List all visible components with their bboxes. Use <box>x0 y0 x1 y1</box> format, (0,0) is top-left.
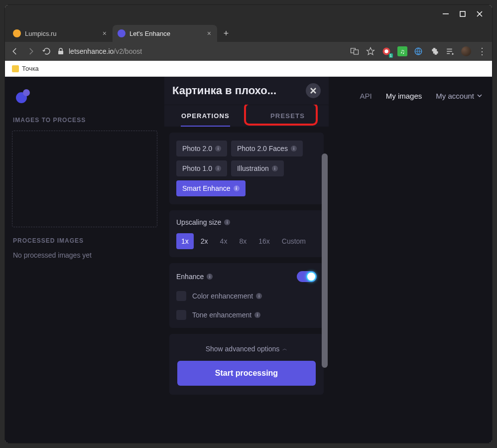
app-logo[interactable] <box>16 89 31 103</box>
mode-illustration[interactable]: Illustrationi <box>231 160 284 176</box>
size-1x[interactable]: 1x <box>176 233 194 249</box>
window-titlebar <box>5 5 492 23</box>
size-2x[interactable]: 2x <box>196 233 213 249</box>
extension-adblock-icon[interactable]: 1 <box>381 46 391 56</box>
tone-enhancement-checkbox[interactable] <box>176 310 186 320</box>
new-tab-button[interactable]: + <box>219 26 233 40</box>
nav-my-images[interactable]: My images <box>386 92 422 100</box>
folder-icon <box>12 65 19 72</box>
favicon-icon <box>13 29 21 37</box>
upload-dropzone[interactable] <box>12 131 157 227</box>
close-tab-button[interactable]: × <box>207 29 211 37</box>
bookmark-label: Точка <box>22 65 39 72</box>
browser-tab-active[interactable]: Let's Enhance × <box>113 25 217 42</box>
mode-smart-enhance[interactable]: Smart Enhancei <box>176 180 246 196</box>
media-control-icon[interactable] <box>445 46 455 56</box>
no-processed-text: No processed images yet <box>12 251 157 259</box>
svg-rect-1 <box>460 11 465 16</box>
maximize-button[interactable] <box>459 10 466 17</box>
mode-photo-2-0-faces[interactable]: Photo 2.0 Facesi <box>231 141 303 156</box>
panel-tabs: OPERATIONS PRESETS <box>164 105 329 127</box>
tab-presets[interactable]: PRESETS <box>247 105 329 127</box>
svg-rect-2 <box>58 51 63 54</box>
profile-avatar[interactable] <box>461 46 471 56</box>
top-nav: API My images My account <box>329 77 492 443</box>
info-icon[interactable]: i <box>254 312 260 318</box>
bookmarks-bar: Точка <box>5 61 492 77</box>
reload-button[interactable] <box>42 46 52 56</box>
svg-rect-0 <box>443 13 449 14</box>
size-4x[interactable]: 4x <box>215 233 233 249</box>
show-advanced-toggle[interactable]: Show advanced options ︿ <box>176 345 317 353</box>
color-enhancement-label: Color enhancementi <box>192 292 262 300</box>
mode-photo-2-0[interactable]: Photo 2.0i <box>176 141 227 156</box>
size-16x[interactable]: 16x <box>253 233 275 249</box>
start-processing-button[interactable]: Start processing <box>177 361 316 386</box>
tab-operations[interactable]: OPERATIONS <box>164 105 247 127</box>
close-panel-button[interactable] <box>306 83 321 98</box>
lock-icon <box>58 48 64 55</box>
chevron-down-icon <box>477 94 482 97</box>
chevron-up-icon: ︿ <box>282 345 287 352</box>
tab-title: Let's Enhance <box>129 30 170 37</box>
url-domain: letsenhance.io <box>69 47 114 55</box>
size-custom[interactable]: Custom <box>277 233 311 249</box>
info-icon[interactable]: i <box>224 219 230 225</box>
left-sidebar: IMAGES TO PROCESS PROCESSED IMAGES No pr… <box>5 77 164 443</box>
back-button[interactable] <box>10 46 20 56</box>
info-icon[interactable]: i <box>256 293 262 299</box>
browser-tab[interactable]: Lumpics.ru × <box>8 25 113 42</box>
upscaling-size-label: Upscaling sizei <box>176 218 317 226</box>
size-8x[interactable]: 8x <box>234 233 251 249</box>
extension-music-icon[interactable]: ♫ <box>397 46 407 56</box>
section-images-to-process: IMAGES TO PROCESS <box>13 117 157 124</box>
nav-api[interactable]: API <box>360 92 372 100</box>
menu-button[interactable]: ⋮ <box>477 46 487 56</box>
favicon-icon <box>118 29 125 37</box>
enhance-label: Enhancei <box>176 273 213 281</box>
panel-title: Картинка в плохо... <box>172 84 300 97</box>
svg-point-6 <box>384 49 388 53</box>
enhance-toggle[interactable] <box>297 271 317 282</box>
extensions-button[interactable] <box>429 46 439 56</box>
section-processed-images: PROCESSED IMAGES <box>13 237 157 244</box>
browser-tabs: Lumpics.ru × Let's Enhance × + <box>5 23 492 42</box>
tab-title: Lumpics.ru <box>25 30 57 37</box>
minimize-button[interactable] <box>442 10 449 17</box>
mode-photo-1-0[interactable]: Photo 1.0i <box>176 160 227 176</box>
color-enhancement-checkbox[interactable] <box>176 291 186 301</box>
extension-globe-icon[interactable] <box>413 46 423 56</box>
close-window-button[interactable] <box>476 10 483 17</box>
tone-enhancement-label: Tone enhancementi <box>192 311 260 319</box>
settings-panel: Картинка в плохо... OPERATIONS PRESETS <box>164 77 329 443</box>
translate-icon[interactable] <box>350 46 360 56</box>
forward-button[interactable] <box>26 46 36 56</box>
address-bar[interactable]: letsenhance.io/v2/boost <box>58 47 344 55</box>
bookmark-star-icon[interactable] <box>366 46 375 56</box>
nav-my-account[interactable]: My account <box>436 92 482 100</box>
info-icon[interactable]: i <box>207 274 213 280</box>
close-tab-button[interactable]: × <box>103 29 107 37</box>
browser-toolbar: letsenhance.io/v2/boost 1 ♫ ⋮ <box>5 42 492 61</box>
scrollbar[interactable] <box>322 153 328 368</box>
url-path: /v2/boost <box>114 47 142 55</box>
svg-rect-4 <box>354 50 359 54</box>
bookmark-item[interactable]: Точка <box>12 65 39 72</box>
